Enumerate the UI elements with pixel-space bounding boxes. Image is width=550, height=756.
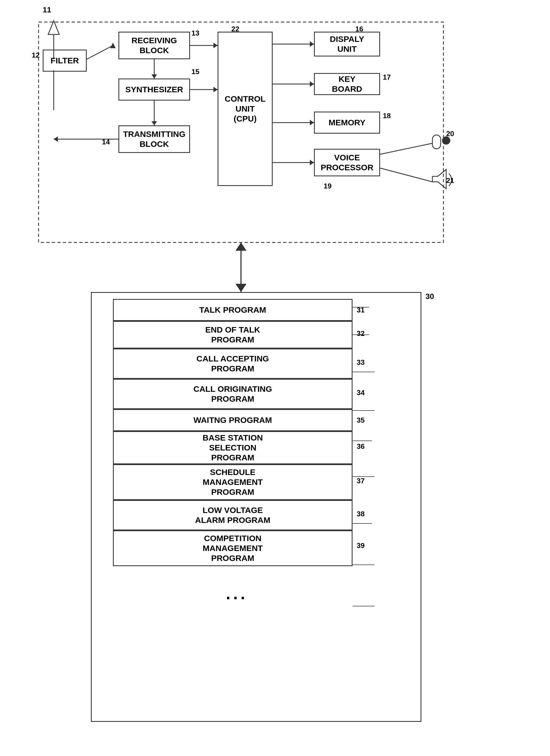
call-accepting-label: CALL ACCEPTINGPROGRAM: [196, 354, 269, 374]
competition-management-ref: 39: [357, 541, 365, 550]
svg-line-4: [87, 45, 113, 59]
svg-marker-13: [152, 121, 157, 125]
display-unit-block: DISPALYUNIT: [314, 32, 380, 56]
waiting-block: WAITNG PROGRAM: [113, 409, 352, 431]
waiting-ref: 35: [357, 416, 365, 425]
svg-line-24: [380, 143, 432, 154]
call-accepting-ref: 33: [357, 358, 365, 367]
keyboard-ref: 17: [383, 73, 391, 82]
peripheral-21-label: 21: [446, 176, 454, 185]
call-originating-label: CALL ORIGINATINGPROGRAM: [193, 384, 272, 404]
memory-label: MEMORY: [328, 118, 365, 128]
synthesizer-ref: 15: [192, 67, 200, 76]
svg-marker-21: [310, 120, 314, 125]
svg-marker-15: [54, 136, 58, 142]
antenna-label: 11: [43, 6, 51, 14]
keyboard-label: KEYBOARD: [332, 74, 362, 94]
memory-block: MEMORY: [314, 112, 380, 134]
end-of-talk-ref: 32: [357, 329, 365, 338]
svg-line-25: [380, 168, 432, 182]
base-station-block: BASE STATIONSELECTIONPROGRAM: [113, 431, 352, 464]
voice-processor-block: VOICEPROCESSOR: [314, 149, 380, 176]
svg-marker-5: [110, 43, 116, 48]
svg-marker-34: [236, 242, 247, 251]
receiving-label: RECEIVINGBLOCK: [131, 36, 177, 55]
software-box-ref: 30: [425, 292, 434, 301]
svg-marker-32: [236, 284, 247, 292]
base-station-ref: 36: [357, 442, 365, 451]
schedule-management-ref: 37: [357, 477, 365, 485]
base-station-label: BASE STATIONSELECTIONPROGRAM: [203, 433, 263, 463]
control-unit-block: CONTROLUNIT(CPU): [218, 32, 273, 186]
display-unit-ref: 16: [355, 25, 363, 33]
talk-program-label: TALK PROGRAM: [200, 305, 266, 315]
synthesizer-label: SYNTHESIZER: [125, 85, 183, 95]
filter-block: FILTER: [43, 50, 87, 72]
svg-marker-28: [432, 169, 446, 189]
continuation-dots: ...: [226, 584, 248, 603]
call-originating-ref: 34: [357, 388, 365, 397]
keyboard-block: KEYBOARD: [314, 73, 380, 95]
call-accepting-block: CALL ACCEPTINGPROGRAM: [113, 349, 352, 379]
low-voltage-ref: 38: [357, 510, 365, 518]
svg-marker-17: [310, 41, 314, 47]
svg-marker-0: [48, 21, 59, 34]
transmitting-label: TRANSMITTINGBLOCK: [123, 129, 186, 149]
peripheral-20-label: 20: [446, 129, 454, 138]
transmitting-block: TRANSMITTINGBLOCK: [118, 125, 190, 153]
display-unit-label: DISPALYUNIT: [330, 34, 364, 54]
end-of-talk-label: END OF TALKPROGRAM: [205, 325, 260, 345]
call-originating-block: CALL ORIGINATINGPROGRAM: [113, 379, 352, 409]
control-unit-label: CONTROLUNIT(CPU): [225, 94, 266, 124]
voice-processor-ref: 19: [323, 182, 331, 190]
waiting-label: WAITNG PROGRAM: [194, 415, 272, 425]
competition-management-label: COMPETITIONMANAGEMENTPROGRAM: [203, 533, 263, 563]
end-of-talk-block: END OF TALKPROGRAM: [113, 321, 352, 349]
schedule-management-block: SCHEDULEMANAGEMENTPROGRAM: [113, 464, 352, 500]
svg-marker-19: [310, 81, 314, 87]
svg-rect-26: [432, 135, 441, 149]
memory-ref: 18: [383, 112, 391, 120]
svg-marker-7: [214, 43, 218, 48]
svg-marker-9: [214, 87, 218, 92]
control-unit-ref: 22: [231, 25, 239, 33]
low-voltage-block: LOW VOLTAGEALARM PROGRAM: [113, 500, 352, 530]
synthesizer-block: SYNTHESIZER: [118, 79, 190, 101]
transmitting-ref: 14: [102, 138, 110, 146]
talk-program-ref: 31: [357, 306, 365, 314]
receiving-ref: 13: [192, 29, 200, 37]
low-voltage-label: LOW VOLTAGEALARM PROGRAM: [195, 505, 270, 525]
talk-program-block: TALK PROGRAM: [113, 299, 352, 321]
svg-marker-11: [152, 74, 157, 79]
svg-marker-23: [310, 160, 314, 165]
receiving-block: RECEIVINGBLOCK: [118, 32, 190, 59]
competition-management-block: COMPETITIONMANAGEMENTPROGRAM: [113, 530, 352, 566]
diagram-container: 11 FILTER 12 RECEIVINGBLOCK 13 SYNTHESIZ…: [0, 0, 550, 756]
schedule-management-label: SCHEDULEMANAGEMENTPROGRAM: [203, 467, 263, 497]
filter-label: FILTER: [51, 56, 79, 66]
filter-ref: 12: [32, 51, 40, 60]
voice-processor-label: VOICEPROCESSOR: [320, 153, 373, 172]
